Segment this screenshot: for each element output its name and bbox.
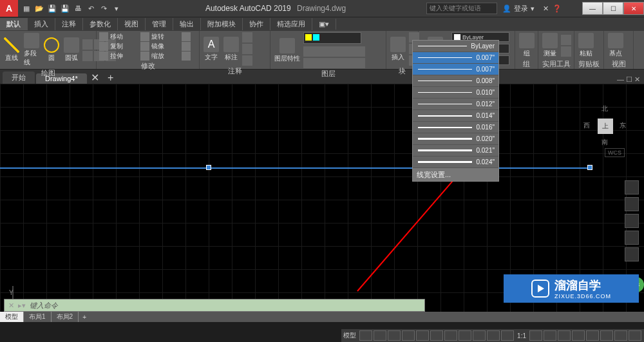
search-input[interactable]: 键入关键字或短语 (426, 3, 497, 14)
status-model[interactable]: 模型 (341, 331, 358, 340)
lineweight-item[interactable]: 0.007" (413, 64, 498, 75)
ortho-toggle[interactable] (388, 330, 401, 341)
lineweight-item[interactable]: ByLayer (413, 41, 498, 52)
undo-icon[interactable]: ↶ (85, 3, 97, 14)
polyline-button[interactable]: 多段线 (23, 32, 41, 68)
group-button[interactable]: 组 (518, 32, 536, 59)
hwaccel-toggle[interactable] (600, 330, 613, 341)
lineweight-item[interactable]: 0.020" (413, 133, 498, 145)
lineweight-item[interactable]: 0.014" (413, 110, 498, 122)
rotate-button[interactable]: 旋转 (140, 32, 179, 41)
insert-button[interactable]: 插入 (389, 36, 407, 62)
workspace-switcher[interactable] (544, 330, 556, 341)
base-button[interactable]: 基点 (607, 32, 625, 59)
dimension-button[interactable]: 标注 (222, 36, 240, 62)
tab-expand[interactable]: ▣▾ (312, 19, 336, 30)
lineweight-item[interactable]: 0.016" (413, 122, 498, 133)
measure-button[interactable]: 测量 (541, 32, 559, 59)
tab-view[interactable]: 视图 (118, 18, 146, 30)
grid-toggle[interactable] (359, 330, 372, 341)
nav-wheel-icon[interactable] (625, 180, 639, 195)
showmotion-icon[interactable] (625, 247, 639, 261)
open-icon[interactable]: 📂 (33, 3, 45, 14)
viewcube[interactable]: 上 北 南 西 东 (582, 103, 627, 148)
transparency-toggle[interactable] (459, 330, 471, 341)
lineweight-settings-button[interactable]: 线宽设置... (413, 168, 498, 181)
annoscale-toggle[interactable] (529, 330, 542, 341)
lineweight-item[interactable]: 0.012" (413, 99, 498, 110)
qat-dropdown-icon[interactable]: ▾ (111, 3, 122, 14)
wcs-label[interactable]: WCS (605, 148, 625, 157)
cleanscreen-toggle[interactable] (614, 330, 627, 341)
tab-collaborate[interactable]: 协作 (243, 18, 270, 30)
help-icon[interactable]: ❓ (551, 3, 563, 14)
plot-icon[interactable]: 🖶 (72, 3, 84, 14)
annomon-toggle[interactable] (558, 330, 571, 341)
doc-minimize-icon[interactable]: — (617, 75, 624, 84)
add-tab-button[interactable]: + (104, 72, 118, 84)
line-button[interactable]: 直线 (3, 37, 21, 63)
layout2-tab[interactable]: 布局2 (52, 312, 79, 322)
tab-output[interactable]: 输出 (173, 18, 201, 30)
copy-button[interactable]: 复制 (99, 42, 138, 51)
tab-addins[interactable]: 附加模块 (201, 18, 243, 30)
zoom-icon[interactable] (625, 214, 639, 228)
tab-manage[interactable]: 管理 (146, 18, 173, 30)
tab-annotate[interactable]: 注释 (55, 18, 83, 30)
text-button[interactable]: A文字 (202, 36, 220, 62)
move-button[interactable]: 移动 (99, 32, 138, 41)
stretch-button[interactable]: 拉伸 (99, 52, 138, 61)
fillet-icon[interactable] (182, 42, 191, 51)
otrack-toggle[interactable] (430, 330, 443, 341)
tab-featured[interactable]: 精选应用 (270, 18, 312, 30)
cmdline-handle-icon[interactable]: ✕ (8, 301, 14, 310)
tab-parametric[interactable]: 参数化 (83, 18, 118, 30)
lineweight-item[interactable]: 0.007" (413, 52, 498, 64)
status-scale[interactable]: 1:1 (515, 332, 528, 339)
qprops-toggle[interactable] (501, 330, 514, 341)
paste-button[interactable]: 粘贴 (577, 32, 595, 59)
tab-default[interactable]: 默认 (0, 18, 28, 30)
isolate-toggle[interactable] (586, 330, 599, 341)
mirror-button[interactable]: 镜像 (140, 42, 179, 51)
close-button[interactable]: ✕ (623, 2, 644, 15)
circle-button[interactable]: 圆 (43, 37, 61, 63)
tab-insert[interactable]: 插入 (28, 18, 55, 30)
lineweight-item[interactable]: 0.008" (413, 75, 498, 87)
model-tab[interactable]: 模型 (0, 312, 24, 322)
viewcube-top[interactable]: 上 (598, 119, 613, 134)
new-icon[interactable]: ▦ (21, 3, 32, 14)
scale-button[interactable]: 缩放 (140, 52, 179, 61)
cycling-toggle[interactable] (473, 330, 486, 341)
maximize-button[interactable]: ☐ (603, 2, 623, 15)
trim-icon[interactable] (182, 32, 191, 41)
polar-toggle[interactable] (402, 330, 415, 341)
pan-icon[interactable] (625, 197, 639, 211)
command-line[interactable]: ✕ ▸▾ 键入命令 (4, 299, 425, 312)
minimize-button[interactable]: — (582, 2, 603, 15)
lineweight-item[interactable]: 0.024" (413, 157, 498, 168)
doc-close-icon[interactable]: ✕ (634, 75, 640, 84)
layer-dropdown[interactable] (303, 32, 361, 44)
login-button[interactable]: 👤 登录 ▾ (497, 4, 540, 14)
doc-restore-icon[interactable]: ☐ (626, 75, 632, 84)
exchange-icon[interactable]: ✕ (540, 3, 551, 14)
layout1-tab[interactable]: 布局1 (24, 312, 52, 322)
layer-properties-button[interactable]: 图层特性 (273, 37, 301, 64)
saveas-icon[interactable]: 💾 (59, 3, 71, 14)
layer-tools[interactable] (303, 46, 364, 68)
redo-icon[interactable]: ↷ (98, 3, 109, 14)
save-icon[interactable]: 💾 (46, 3, 58, 14)
annot-mini[interactable] (242, 32, 252, 66)
units-toggle[interactable] (572, 330, 585, 341)
lineweight-item[interactable]: 0.021" (413, 145, 498, 157)
snap-toggle[interactable] (374, 330, 386, 341)
dyninput-toggle[interactable] (487, 330, 500, 341)
lwt-toggle[interactable] (444, 330, 457, 341)
arc-button[interactable]: 圆弧 (62, 37, 80, 63)
add-layout-button[interactable]: + (79, 314, 90, 321)
drawing-canvas[interactable]: Y X 上 北 南 西 东 WCS 78 ✕ ▸▾ 键入命令 模型 布局1 布局… (0, 84, 644, 322)
osnap-toggle[interactable] (416, 330, 429, 341)
lineweight-dropdown-list[interactable]: ByLayer 0.007" 0.007" 0.008" 0.010" 0.01… (412, 40, 499, 182)
lineweight-item[interactable]: 0.010" (413, 87, 498, 99)
